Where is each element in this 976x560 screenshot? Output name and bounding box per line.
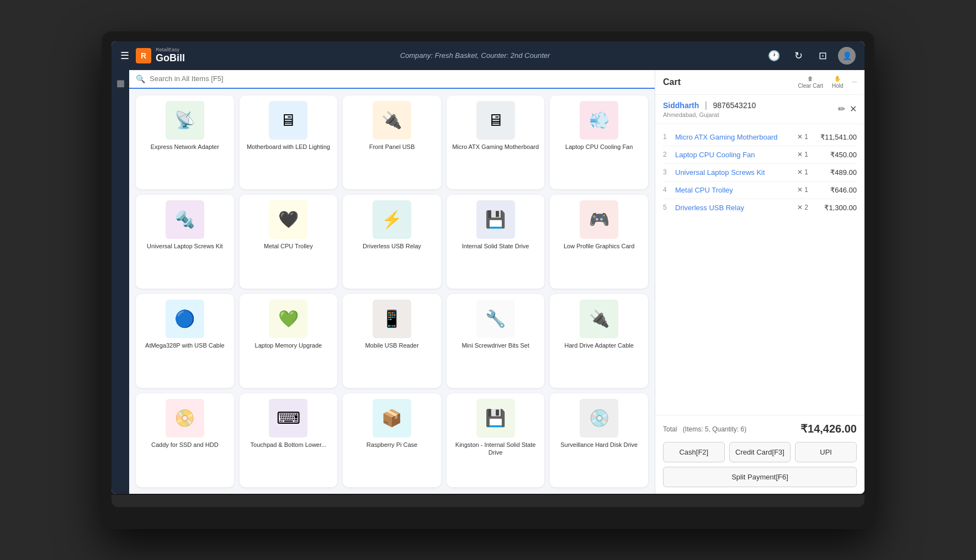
customer-edit-icons: ✏ ✕ bbox=[838, 104, 857, 114]
product-name-3: Front Panel USB bbox=[369, 143, 415, 151]
payment-button-cash[interactable]: Cash[F2] bbox=[663, 442, 725, 462]
brand-gobill-label: GoBill bbox=[156, 53, 185, 64]
product-image-9: 💾 bbox=[476, 200, 515, 239]
clear-cart-button[interactable]: 🗑 Clear Cart bbox=[798, 76, 824, 89]
hamburger-icon[interactable]: ☰ bbox=[120, 50, 129, 62]
cart-item-qty: ✕ 1 bbox=[797, 133, 808, 141]
barcode-side-icon[interactable]: ▦ bbox=[113, 76, 128, 91]
cart-item: 5 Driverless USB Relay ✕ 2 ₹1,300.00 bbox=[655, 199, 864, 216]
product-card-4[interactable]: 🖥 Micro ATX Gaming Motherboard bbox=[447, 95, 545, 189]
product-image-16: 📀 bbox=[166, 399, 204, 438]
product-image-17: ⌨ bbox=[269, 399, 307, 438]
product-image-2: 🖥 bbox=[269, 101, 307, 140]
laptop-bottom bbox=[112, 495, 864, 507]
product-card-14[interactable]: 🔧 Mini Screwdriver Bits Set bbox=[447, 294, 545, 388]
product-name-14: Mini Screwdriver Bits Set bbox=[462, 342, 529, 349]
remove-customer-icon[interactable]: ✕ bbox=[850, 104, 857, 114]
customer-phone: 9876543210 bbox=[713, 101, 756, 110]
total-label: Total (Items: 5, Quantity: 6) bbox=[663, 424, 746, 433]
total-info: (Items: 5, Quantity: 6) bbox=[683, 425, 746, 433]
search-bar: 🔍 bbox=[129, 70, 655, 89]
refresh-icon[interactable]: ↻ bbox=[789, 47, 807, 65]
cart-item: 2 Laptop CPU Cooling Fan ✕ 1 ₹450.00 bbox=[655, 146, 864, 163]
cart-item-name[interactable]: Universal Laptop Screws Kit bbox=[675, 168, 793, 177]
product-name-10: Low Profile Graphics Card bbox=[564, 242, 634, 250]
product-card-13[interactable]: 📱 Mobile USB Reader bbox=[343, 294, 441, 388]
cart-title: Cart bbox=[663, 77, 681, 87]
product-name-12: Laptop Memory Upgrade bbox=[255, 342, 322, 349]
product-card-16[interactable]: 📀 Caddy for SSD and HDD bbox=[136, 393, 234, 487]
product-image-15: 🔌 bbox=[580, 300, 618, 338]
cart-item-name[interactable]: Micro ATX Gaming Motherboard bbox=[675, 133, 793, 141]
product-image-4: 🖥 bbox=[476, 101, 515, 140]
clear-cart-icon: 🗑 bbox=[808, 76, 813, 82]
customer-separator: | bbox=[705, 100, 707, 110]
product-card-18[interactable]: 📦 Raspberry Pi Case bbox=[343, 393, 441, 487]
product-card-3[interactable]: 🔌 Front Panel USB bbox=[343, 95, 441, 189]
clear-cart-label: Clear Cart bbox=[798, 83, 824, 89]
product-name-9: Internal Solid State Drive bbox=[462, 242, 529, 250]
cart-item-number: 1 bbox=[663, 133, 671, 141]
payment-button-credit[interactable]: Credit Card[F3] bbox=[729, 442, 791, 462]
cart-item-qty: ✕ 2 bbox=[797, 204, 808, 211]
cart-footer: Total (Items: 5, Quantity: 6) ₹14,426.00… bbox=[655, 415, 864, 494]
product-image-1: 📡 bbox=[166, 101, 204, 140]
edit-customer-icon[interactable]: ✏ bbox=[838, 104, 845, 114]
product-card-9[interactable]: 💾 Internal Solid State Drive bbox=[447, 195, 545, 289]
cart-item-qty: ✕ 1 bbox=[797, 151, 808, 158]
product-card-11[interactable]: 🔵 AtMega328P with USB Cable bbox=[136, 294, 234, 388]
customer-name[interactable]: Siddharth bbox=[663, 101, 699, 110]
cart-item-name[interactable]: Driverless USB Relay bbox=[675, 204, 793, 212]
expand-icon[interactable]: ⊡ bbox=[814, 47, 831, 65]
brand-text: RetailEasy GoBill bbox=[156, 47, 185, 64]
product-card-1[interactable]: 📡 Express Network Adapter bbox=[136, 95, 234, 189]
product-name-20: Surveillance Hard Disk Drive bbox=[560, 441, 638, 449]
product-name-17: Touchpad & Bottom Lower... bbox=[251, 441, 327, 449]
product-card-20[interactable]: 💿 Surveillance Hard Disk Drive bbox=[550, 393, 648, 487]
product-image-20: 💿 bbox=[580, 399, 618, 438]
product-card-17[interactable]: ⌨ Touchpad & Bottom Lower... bbox=[240, 393, 338, 487]
hold-label: Hold bbox=[832, 83, 844, 89]
product-card-19[interactable]: 💾 Kingston - Internal Solid State Drive bbox=[447, 393, 545, 487]
customer-address: Ahmedabad, Gujarat bbox=[663, 111, 756, 118]
product-card-15[interactable]: 🔌 Hard Drive Adapter Cable bbox=[550, 294, 648, 388]
user-avatar[interactable]: 👤 bbox=[838, 47, 856, 65]
brand-icon: R bbox=[136, 48, 151, 63]
product-image-11: 🔵 bbox=[166, 300, 204, 338]
split-payment-button[interactable]: Split Payment[F6] bbox=[663, 467, 857, 487]
cart-panel: Cart 🗑 Clear Cart ✋ Hold ··· bbox=[655, 70, 864, 494]
cart-total-label-group: Total (Items: 5, Quantity: 6) bbox=[663, 424, 746, 434]
product-name-15: Hard Drive Adapter Cable bbox=[565, 342, 634, 349]
product-card-8[interactable]: ⚡ Driverless USB Relay bbox=[343, 195, 441, 289]
cart-item: 4 Metal CPU Trolley ✕ 1 ₹646.00 bbox=[655, 182, 864, 199]
product-card-7[interactable]: 🖤 Metal CPU Trolley bbox=[240, 195, 338, 289]
cart-item-qty: ✕ 1 bbox=[797, 168, 808, 176]
cart-item-name[interactable]: Laptop CPU Cooling Fan bbox=[675, 151, 793, 159]
product-card-5[interactable]: 💨 Laptop CPU Cooling Fan bbox=[550, 95, 648, 189]
cart-item-name[interactable]: Metal CPU Trolley bbox=[675, 186, 793, 194]
product-card-12[interactable]: 💚 Laptop Memory Upgrade bbox=[240, 294, 338, 388]
total-amount: ₹14,426.00 bbox=[800, 422, 857, 435]
search-input[interactable] bbox=[150, 74, 648, 83]
product-card-10[interactable]: 🎮 Low Profile Graphics Card bbox=[550, 195, 648, 289]
product-card-2[interactable]: 🖥 Motherboard with LED Lighting bbox=[240, 95, 338, 189]
hold-icon: ✋ bbox=[834, 76, 841, 82]
cart-item-price: ₹450.00 bbox=[813, 151, 857, 159]
product-card-6[interactable]: 🔩 Universal Laptop Screws Kit bbox=[136, 195, 234, 289]
customer-top-row: Siddharth | 9876543210 bbox=[663, 100, 756, 110]
product-image-14: 🔧 bbox=[476, 300, 515, 338]
cart-item: 3 Universal Laptop Screws Kit ✕ 1 ₹489.0… bbox=[655, 164, 864, 181]
hold-button[interactable]: ✋ Hold bbox=[832, 76, 844, 89]
clock-icon[interactable]: 🕐 bbox=[765, 47, 783, 65]
more-button[interactable]: ··· bbox=[852, 79, 857, 85]
product-image-3: 🔌 bbox=[373, 101, 411, 140]
payment-button-upi[interactable]: UPI bbox=[795, 442, 857, 462]
left-panel: 🔍 📡 Express Network Adapter 🖥 Motherboar… bbox=[129, 70, 655, 494]
cart-item-number: 4 bbox=[663, 186, 671, 194]
payment-buttons: Cash[F2]Credit Card[F3]UPI bbox=[663, 442, 857, 462]
more-icon: ··· bbox=[852, 79, 857, 85]
product-name-2: Motherboard with LED Lighting bbox=[247, 143, 330, 151]
product-name-5: Laptop CPU Cooling Fan bbox=[565, 143, 633, 151]
cart-item-price: ₹1,300.00 bbox=[813, 204, 857, 212]
product-image-5: 💨 bbox=[580, 101, 618, 140]
